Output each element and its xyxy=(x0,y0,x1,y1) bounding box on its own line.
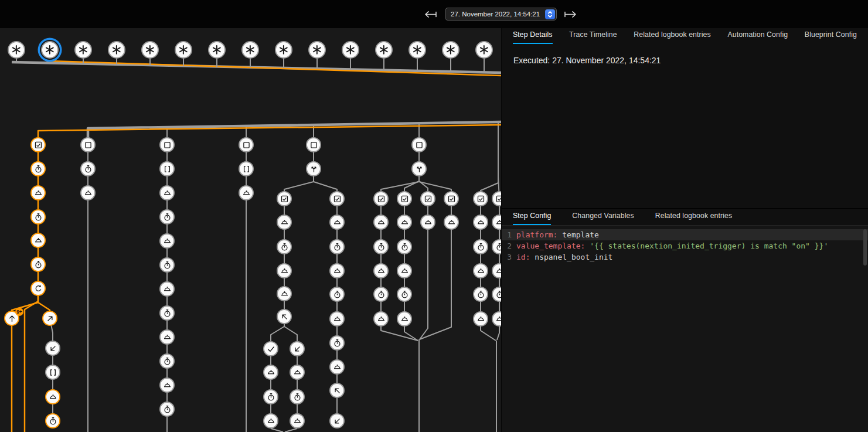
graph-node-dome-icon[interactable] xyxy=(30,233,46,248)
graph-node-checkbox-icon[interactable] xyxy=(373,191,389,206)
graph-node-brackets-icon[interactable] xyxy=(239,161,254,176)
graph-node-timer-icon[interactable] xyxy=(492,239,502,254)
run-select[interactable]: 27. November 2022, 14:54:21 xyxy=(445,8,557,21)
graph-node-dome-icon[interactable] xyxy=(239,185,254,200)
graph-node-arrow-down-left-icon[interactable] xyxy=(329,413,345,428)
graph-node-timer-icon[interactable] xyxy=(159,353,175,369)
graph-node-dome-icon[interactable] xyxy=(397,215,412,230)
graph-node-asterisk-icon[interactable] xyxy=(475,41,493,59)
graph-node-dome-icon[interactable] xyxy=(373,263,389,278)
graph-node-dome-icon[interactable] xyxy=(277,215,292,230)
graph-node-dome-icon[interactable] xyxy=(80,185,96,200)
graph-node-square-icon[interactable] xyxy=(411,137,427,152)
tab-trace-timeline[interactable]: Trace Timeline xyxy=(569,28,617,44)
graph-node-dome-icon[interactable] xyxy=(397,311,412,326)
graph-node-arrow-up-right-icon[interactable] xyxy=(42,311,57,326)
graph-node-checkbox-icon[interactable] xyxy=(420,191,435,206)
editor-scrollbar[interactable] xyxy=(863,229,867,266)
graph-node-dome-icon[interactable] xyxy=(277,263,292,278)
graph-node-dome-icon[interactable] xyxy=(373,215,389,230)
graph-node-asterisk-icon[interactable] xyxy=(275,41,292,59)
graph-node-check-icon[interactable] xyxy=(263,341,278,356)
graph-node-asterisk-icon[interactable] xyxy=(108,41,125,59)
graph-node-checkbox-icon[interactable] xyxy=(329,191,345,206)
graph-node-dome-icon[interactable] xyxy=(329,263,345,278)
tab-automation-config[interactable]: Automation Config xyxy=(727,28,788,44)
graph-node-dome-icon[interactable] xyxy=(159,233,175,249)
graph-node-dome-icon[interactable] xyxy=(329,311,345,326)
graph-node-dome-icon[interactable] xyxy=(397,263,412,278)
graph-node-asterisk-icon[interactable] xyxy=(175,41,192,59)
graph-node-timer-icon[interactable] xyxy=(329,335,345,351)
graph-node-dome-icon[interactable] xyxy=(290,413,305,428)
graph-node-asterisk-icon[interactable] xyxy=(342,41,359,59)
graph-node-asterisk-icon[interactable] xyxy=(208,41,226,59)
graph-node-dome-icon[interactable] xyxy=(473,311,488,326)
graph-node-repeat-icon[interactable] xyxy=(30,281,46,296)
graph-node-timer-icon[interactable] xyxy=(473,287,488,302)
graph-node-dome-icon[interactable] xyxy=(329,359,345,375)
graph-node-dome-icon[interactable] xyxy=(263,413,278,428)
graph-node-dome-icon[interactable] xyxy=(492,311,502,326)
graph-node-dome-icon[interactable] xyxy=(159,329,175,345)
graph-node-arrow-top-left-icon[interactable] xyxy=(277,309,292,324)
graph-node-asterisk-icon[interactable] xyxy=(241,41,259,59)
graph-node-dome-icon[interactable] xyxy=(373,311,389,326)
graph-node-checkbox-icon[interactable] xyxy=(473,191,488,206)
graph-node-asterisk-icon[interactable] xyxy=(74,41,92,59)
graph-node-dome-icon[interactable] xyxy=(290,365,305,380)
tab-related-logbook-entries[interactable]: Related logbook entries xyxy=(634,28,711,44)
graph-node-asterisk-icon[interactable] xyxy=(375,41,393,59)
graph-node-asterisk-icon[interactable] xyxy=(442,41,459,59)
graph-node-timer-icon[interactable] xyxy=(30,161,46,176)
graph-node-timer-icon[interactable] xyxy=(329,239,345,254)
graph-node-timer-icon[interactable] xyxy=(159,257,175,273)
graph-node-dome-icon[interactable] xyxy=(159,377,175,393)
graph-node-timer-icon[interactable] xyxy=(473,239,488,254)
graph-node-dome-icon[interactable] xyxy=(420,215,435,230)
graph-node-asterisk-icon[interactable] xyxy=(409,41,426,59)
graph-node-square-icon[interactable] xyxy=(80,137,96,152)
graph-node-checkbox-icon[interactable] xyxy=(30,137,46,152)
graph-node-dome-icon[interactable] xyxy=(277,286,292,301)
graph-node-arrow-top-left-icon[interactable] xyxy=(329,383,345,398)
graph-node-dome-icon[interactable] xyxy=(492,263,502,278)
graph-node-arrow-up-icon[interactable]: 9+ xyxy=(4,311,19,326)
graph-node-arrow-down-left-icon[interactable] xyxy=(45,341,60,356)
yaml-editor[interactable]: 1platform: template2value_template: '{{ … xyxy=(502,226,868,432)
graph-node-timer-icon[interactable] xyxy=(373,239,389,254)
graph-node-timer-icon[interactable] xyxy=(329,287,345,302)
previous-run-button[interactable] xyxy=(424,11,437,18)
graph-node-checkbox-icon[interactable] xyxy=(492,191,502,206)
graph-node-timer-icon[interactable] xyxy=(159,305,175,321)
graph-node-timer-icon[interactable] xyxy=(30,257,46,272)
graph-node-checkbox-icon[interactable] xyxy=(397,191,412,206)
graph-node-dome-icon[interactable] xyxy=(159,185,175,200)
graph-node-dome-icon[interactable] xyxy=(473,215,488,230)
graph-node-arrow-down-left-icon[interactable] xyxy=(290,341,305,356)
tab-step-details[interactable]: Step Details xyxy=(513,28,553,44)
graph-node-timer-icon[interactable] xyxy=(397,287,412,302)
graph-node-dome-icon[interactable] xyxy=(444,215,459,230)
graph-node-call-split-icon[interactable] xyxy=(306,161,321,176)
graph-node-call-split-icon[interactable] xyxy=(411,161,427,176)
graph-node-dome-icon[interactable] xyxy=(492,215,502,230)
tab-changed-variables[interactable]: Changed Variables xyxy=(572,209,634,225)
graph-node-asterisk-icon[interactable] xyxy=(308,41,326,59)
graph-node-brackets-icon[interactable] xyxy=(45,365,60,380)
graph-node-timer-icon[interactable] xyxy=(277,239,292,254)
tab-step-config[interactable]: Step Config xyxy=(513,209,551,225)
graph-node-asterisk-icon[interactable] xyxy=(41,41,59,59)
graph-node-brackets-icon[interactable] xyxy=(159,161,175,176)
graph-node-timer-icon[interactable] xyxy=(45,413,60,428)
graph-node-timer-icon[interactable] xyxy=(290,389,305,404)
graph-node-square-icon[interactable] xyxy=(306,137,321,152)
graph-node-timer-icon[interactable] xyxy=(159,209,175,224)
next-run-button[interactable] xyxy=(564,11,577,18)
graph-node-timer-icon[interactable] xyxy=(373,287,389,302)
graph-node-asterisk-icon[interactable] xyxy=(141,41,159,59)
graph-node-dome-icon[interactable] xyxy=(329,215,345,230)
graph-node-dome-icon[interactable] xyxy=(473,263,488,278)
graph-node-square-icon[interactable] xyxy=(239,137,254,152)
graph-node-timer-icon[interactable] xyxy=(30,209,46,224)
